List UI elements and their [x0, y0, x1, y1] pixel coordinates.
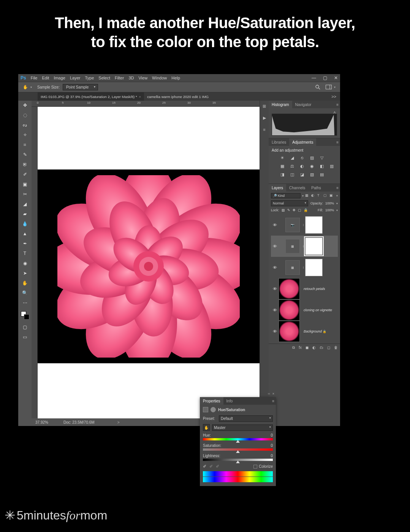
dock-icon[interactable]: ⊞: [263, 104, 266, 109]
channel-mixer-icon[interactable]: ◧: [319, 163, 325, 169]
fill-value[interactable]: 100%: [325, 208, 334, 212]
saturation-value[interactable]: 0: [271, 443, 273, 448]
menu-window[interactable]: Window: [152, 76, 167, 80]
blend-mode-dropdown[interactable]: Normal: [271, 200, 308, 206]
filter-adjust-icon[interactable]: ◐: [311, 193, 316, 198]
panel-menu-icon[interactable]: ≡: [336, 103, 339, 107]
tab-layers[interactable]: Layers: [269, 184, 286, 192]
dock-icon[interactable]: ≡: [263, 127, 265, 132]
hand-tool-icon[interactable]: ✋: [23, 85, 28, 90]
tab-libraries[interactable]: Libraries: [269, 138, 289, 146]
layer-row-huesat-2[interactable]: 👁 📷 ⁞: [271, 214, 338, 236]
blur-tool-icon[interactable]: 💧: [21, 221, 30, 227]
menu-help[interactable]: Help: [171, 76, 180, 80]
group-icon[interactable]: 🗀: [320, 345, 323, 350]
clone-stamp-tool-icon[interactable]: ▣: [21, 181, 30, 187]
delete-layer-icon[interactable]: 🗑: [334, 345, 338, 350]
selective-color-icon[interactable]: ▤: [319, 171, 325, 177]
posterize-icon[interactable]: ◫: [289, 171, 295, 177]
path-selection-tool-icon[interactable]: ◉: [21, 260, 30, 266]
lock-image-icon[interactable]: ✎: [287, 208, 290, 212]
black-white-icon[interactable]: ◐: [299, 163, 305, 169]
visibility-toggle-icon[interactable]: 👁: [271, 265, 279, 270]
photo-filter-icon[interactable]: ◉: [309, 163, 315, 169]
zoom-level[interactable]: 37.92%: [35, 420, 48, 424]
layer-name[interactable]: Background: [304, 329, 326, 333]
visibility-toggle-icon[interactable]: 👁: [271, 308, 279, 312]
layer-row-retouch[interactable]: 👁 retouch petals: [271, 278, 338, 299]
visibility-toggle-icon[interactable]: 👁: [271, 329, 279, 334]
gradient-tool-icon[interactable]: ▰: [21, 211, 30, 217]
adjustment-thumb-icon[interactable]: ▦: [285, 239, 300, 253]
hue-sat-icon[interactable]: ▦: [279, 163, 285, 169]
tab-info[interactable]: Info: [223, 397, 236, 405]
eyedropper-plus-icon[interactable]: ✐: [209, 464, 213, 469]
lightness-value[interactable]: 0: [271, 454, 273, 458]
adjustment-thumb-icon[interactable]: 📷: [285, 218, 300, 232]
filter-shape-icon[interactable]: ▢: [323, 193, 328, 198]
saturation-slider[interactable]: [203, 448, 273, 451]
lock-artboard-icon[interactable]: ▢: [298, 208, 301, 212]
layer-row-cloning[interactable]: 👁 cloning on vignette: [271, 299, 338, 321]
tab-histogram[interactable]: Histogram: [269, 101, 292, 108]
menu-select[interactable]: Select: [98, 76, 110, 80]
collapse-icon[interactable]: ‹‹: [268, 392, 270, 396]
tab-adjustments[interactable]: Adjustments: [289, 138, 316, 146]
layer-filter-kind[interactable]: 🔎Kind: [271, 193, 301, 198]
panel-menu-icon[interactable]: ≡: [272, 399, 274, 403]
menu-image[interactable]: Image: [54, 76, 65, 80]
gradient-map-icon[interactable]: ▧: [309, 171, 315, 177]
layer-thumb[interactable]: [279, 278, 300, 299]
add-mask-icon[interactable]: ◼: [306, 345, 309, 350]
tab-close-icon[interactable]: ×: [139, 95, 141, 99]
exposure-icon[interactable]: ▨: [309, 155, 315, 161]
workspace-caret[interactable]: ▾: [334, 86, 336, 89]
close-icon[interactable]: ×: [272, 392, 274, 396]
hand-tool-icon[interactable]: ✋: [21, 280, 30, 286]
canvas-area[interactable]: [38, 107, 260, 418]
marquee-tool-icon[interactable]: ◌: [21, 112, 30, 118]
layer-row-adjustment-3[interactable]: 👁 ▦ ⁞: [271, 257, 338, 278]
search-icon[interactable]: [315, 84, 320, 90]
dodge-tool-icon[interactable]: ▲: [21, 231, 30, 237]
window-maximize[interactable]: ▢: [323, 75, 327, 81]
lock-all-icon[interactable]: 🔒: [304, 208, 308, 212]
eyedropper-tool-icon[interactable]: ✎: [21, 152, 30, 158]
slider-thumb[interactable]: [236, 450, 240, 453]
filter-caret[interactable]: ▾: [302, 194, 304, 198]
menu-type[interactable]: Type: [85, 76, 94, 80]
filter-pixel-icon[interactable]: ▦: [305, 193, 310, 198]
layer-row-background[interactable]: 👁 Background: [271, 321, 338, 342]
layer-thumb[interactable]: [279, 321, 300, 342]
layer-thumb[interactable]: [279, 299, 300, 321]
adjustment-thumb-icon[interactable]: ▦: [285, 260, 300, 275]
doc-size[interactable]: Doc: 23.5M/70.6M: [63, 420, 95, 424]
status-arrow-icon[interactable]: >: [117, 420, 120, 424]
hue-slider[interactable]: [203, 438, 273, 440]
move-tool-icon[interactable]: ✥: [21, 102, 30, 108]
workspace-switcher-icon[interactable]: [326, 85, 332, 89]
window-minimize[interactable]: —: [312, 75, 316, 81]
eyedropper-icon[interactable]: ✐: [203, 464, 206, 469]
filter-toggle[interactable]: [336, 195, 338, 196]
visibility-toggle-icon[interactable]: 👁: [271, 223, 279, 227]
brightness-contrast-icon[interactable]: ☀: [279, 155, 285, 161]
dock-icon[interactable]: ▶: [263, 116, 266, 120]
eyedropper-minus-icon[interactable]: ✐: [216, 464, 219, 469]
panel-menu-icon[interactable]: ≡: [336, 140, 339, 144]
levels-icon[interactable]: ◢: [289, 155, 295, 161]
background-swatch[interactable]: [24, 314, 29, 320]
tab-overflow-icon[interactable]: >>: [328, 94, 340, 99]
screen-mode-icon[interactable]: ▭: [21, 334, 30, 340]
adjustment-layer-icon[interactable]: ◐: [312, 345, 316, 350]
doc-tab-inactive[interactable]: camellia warm iphone 2020 edit 1 IMG: [144, 92, 212, 101]
colorize-checkbox[interactable]: [253, 465, 257, 469]
healing-brush-tool-icon[interactable]: ⛨: [21, 162, 30, 168]
layer-row-huesat-selected[interactable]: 👁 ▦ ⁞: [271, 236, 338, 257]
targeted-adjust-icon[interactable]: ✋: [203, 424, 210, 431]
visibility-toggle-icon[interactable]: 👁: [271, 244, 279, 249]
opacity-caret[interactable]: ▾: [336, 202, 338, 205]
history-brush-tool-icon[interactable]: ✂: [21, 191, 30, 197]
tab-channels[interactable]: Channels: [286, 184, 308, 192]
sample-size-dropdown[interactable]: Point Sample: [63, 84, 98, 90]
